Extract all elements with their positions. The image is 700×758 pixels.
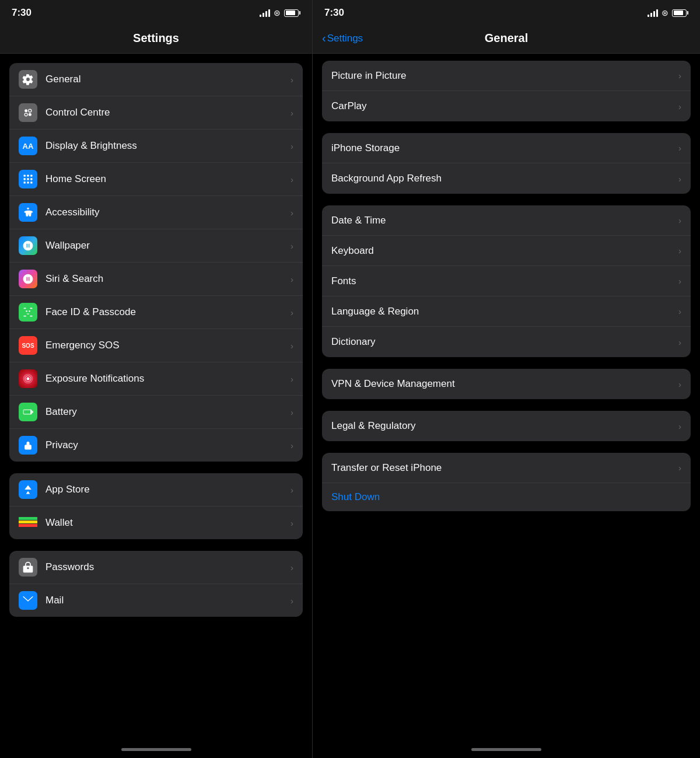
svg-rect-17 xyxy=(30,316,32,317)
background-refresh-label: Background App Refresh xyxy=(331,173,678,184)
wifi-icon: ⊛ xyxy=(274,8,281,18)
svg-rect-23 xyxy=(24,410,31,414)
display-icon: AA xyxy=(19,137,37,155)
sos-icon: SOS xyxy=(19,336,37,355)
row-passwords[interactable]: Passwords › xyxy=(9,551,303,584)
mail-icon xyxy=(19,591,37,610)
right-group-storage: iPhone Storage › Background App Refresh … xyxy=(322,133,691,194)
row-keyboard[interactable]: Keyboard › xyxy=(322,236,691,266)
back-button[interactable]: ‹ Settings xyxy=(322,32,363,45)
right-group-media: Picture in Picture › CarPlay › xyxy=(322,61,691,121)
passwords-icon xyxy=(19,558,37,577)
row-control-centre[interactable]: Control Centre › xyxy=(9,96,303,130)
row-date-time[interactable]: Date & Time › xyxy=(322,205,691,236)
svg-rect-6 xyxy=(30,175,32,177)
svg-rect-16 xyxy=(24,316,26,317)
row-iphone-storage[interactable]: iPhone Storage › xyxy=(322,133,691,163)
row-accessibility[interactable]: Accessibility › xyxy=(9,196,303,229)
svg-point-18 xyxy=(26,310,27,312)
row-vpn[interactable]: VPN & Device Management › xyxy=(322,369,691,399)
appstore-icon xyxy=(19,480,37,499)
svg-rect-12 xyxy=(30,181,32,183)
transfer-reset-label: Transfer or Reset iPhone xyxy=(331,462,678,474)
passwords-label: Passwords xyxy=(46,561,290,573)
row-mail[interactable]: Mail › xyxy=(9,584,303,617)
row-display[interactable]: AA Display & Brightness › xyxy=(9,130,303,163)
fonts-label: Fonts xyxy=(331,275,678,287)
right-panel: 7:30 ⊛ ‹ Settings General xyxy=(312,0,700,758)
row-general[interactable]: General › xyxy=(9,63,303,96)
faceid-label: Face ID & Passcode xyxy=(46,306,290,318)
left-home-indicator xyxy=(0,740,312,758)
right-nav-header: ‹ Settings General xyxy=(313,26,700,54)
right-battery-status-icon xyxy=(672,9,688,17)
exposure-icon xyxy=(19,369,37,388)
svg-rect-14 xyxy=(24,308,26,309)
sos-label: Emergency SOS xyxy=(46,340,290,351)
signal-icon xyxy=(260,9,270,17)
svg-rect-10 xyxy=(24,181,26,183)
display-label: Display & Brightness xyxy=(46,140,290,152)
accessibility-label: Accessibility xyxy=(46,207,290,218)
settings-group-apps1: App Store › Wallet › xyxy=(9,473,303,539)
home-screen-label: Home Screen xyxy=(46,173,290,185)
svg-point-20 xyxy=(27,378,30,380)
wallet-label: Wallet xyxy=(46,517,290,529)
iphone-storage-label: iPhone Storage xyxy=(331,142,678,154)
mail-label: Mail xyxy=(46,595,290,606)
siri-label: Siri & Search xyxy=(46,273,290,285)
general-label: General xyxy=(46,74,290,85)
wallet-icon-bg xyxy=(19,514,37,532)
row-sos[interactable]: SOS Emergency SOS › xyxy=(9,329,303,362)
shutdown-label: Shut Down xyxy=(331,491,380,503)
left-nav-title: Settings xyxy=(133,32,179,44)
left-scroll-content[interactable]: General › Control Centre › AA Display & … xyxy=(0,54,312,740)
right-nav-title: General xyxy=(485,32,528,45)
row-background-refresh[interactable]: Background App Refresh › xyxy=(322,163,691,194)
privacy-icon xyxy=(19,436,37,455)
row-legal[interactable]: Legal & Regulatory › xyxy=(322,411,691,441)
row-siri[interactable]: Siri & Search › xyxy=(9,263,303,296)
row-faceid[interactable]: Face ID & Passcode › xyxy=(9,296,303,329)
vpn-label: VPN & Device Management xyxy=(331,378,678,390)
row-carplay[interactable]: CarPlay › xyxy=(322,91,691,121)
row-pip[interactable]: Picture in Picture › xyxy=(322,61,691,91)
row-dictionary[interactable]: Dictionary › xyxy=(322,327,691,357)
row-fonts[interactable]: Fonts › xyxy=(322,266,691,296)
row-transfer-reset[interactable]: Transfer or Reset iPhone › xyxy=(322,453,691,483)
accessibility-icon xyxy=(19,203,37,222)
left-status-bar: 7:30 ⊛ xyxy=(0,0,312,26)
row-privacy[interactable]: Privacy › xyxy=(9,429,303,462)
row-wallpaper[interactable]: Wallpaper › xyxy=(9,229,303,263)
svg-rect-24 xyxy=(24,445,32,449)
right-wifi-icon: ⊛ xyxy=(662,8,668,18)
svg-rect-15 xyxy=(30,308,32,309)
date-time-label: Date & Time xyxy=(331,215,678,226)
left-time: 7:30 xyxy=(12,7,32,19)
row-wallet[interactable]: Wallet › xyxy=(9,507,303,539)
settings-group-system: General › Control Centre › AA Display & … xyxy=(9,63,303,462)
row-shutdown[interactable]: Shut Down xyxy=(322,483,691,511)
language-region-label: Language & Region xyxy=(331,306,678,317)
right-status-icons: ⊛ xyxy=(648,8,688,18)
row-appstore[interactable]: App Store › xyxy=(9,473,303,507)
privacy-label: Privacy xyxy=(46,439,290,451)
right-time: 7:30 xyxy=(324,7,344,19)
row-battery[interactable]: Battery › xyxy=(9,396,303,429)
svg-rect-7 xyxy=(24,178,26,180)
faceid-icon xyxy=(19,303,37,322)
back-chevron-icon: ‹ xyxy=(322,32,326,45)
row-exposure[interactable]: Exposure Notifications › xyxy=(9,362,303,396)
svg-point-1 xyxy=(29,109,32,112)
general-icon xyxy=(19,70,37,89)
svg-point-13 xyxy=(27,208,29,209)
right-scroll-content[interactable]: Picture in Picture › CarPlay › iPhone St… xyxy=(313,54,700,740)
siri-icon xyxy=(19,270,37,288)
row-home-screen[interactable]: Home Screen › xyxy=(9,163,303,196)
svg-rect-22 xyxy=(32,411,33,413)
dictionary-label: Dictionary xyxy=(331,336,678,348)
keyboard-label: Keyboard xyxy=(331,245,678,257)
row-language-region[interactable]: Language & Region › xyxy=(322,296,691,327)
svg-point-2 xyxy=(24,113,27,116)
settings-group-apps2: Passwords › Mail › xyxy=(9,551,303,617)
